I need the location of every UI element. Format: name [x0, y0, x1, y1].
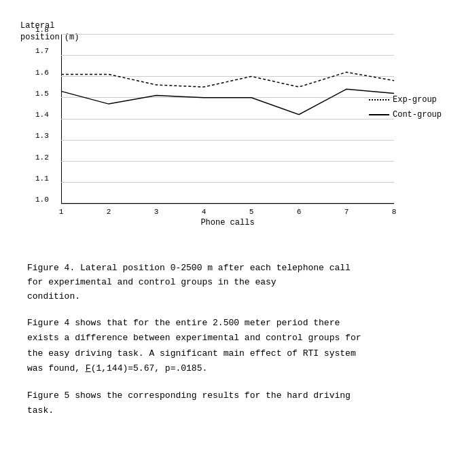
body-p1-line4: was found, F(1,144)=5.67, p=.0185. — [27, 361, 435, 376]
body-p2-line1: Figure 5 shows the corresponding results… — [27, 388, 435, 403]
legend-exp-line — [369, 99, 389, 100]
x-tick-3: 3 — [154, 208, 159, 216]
body-p1-line2: exists a difference between experimental… — [27, 331, 435, 346]
cont-group-line — [61, 89, 394, 115]
x-tick-8: 8 — [392, 208, 397, 216]
f-statistic: F — [86, 363, 91, 373]
body-p1-line1: Figure 4 shows that for the entire 2.500… — [27, 316, 435, 331]
legend: Exp-group Cont-group — [369, 95, 442, 125]
legend-cont: Cont-group — [369, 110, 442, 120]
x-tick-7: 7 — [344, 208, 349, 216]
chart-svg — [61, 34, 394, 204]
legend-exp-label: Exp-group — [393, 95, 437, 105]
chart-area: 1.8 1.7 1.6 1.5 1.4 1.3 — [61, 34, 394, 204]
x-tick-6: 6 — [297, 208, 302, 216]
x-tick-1: 1 — [59, 208, 64, 216]
x-tick-4: 4 — [202, 208, 207, 216]
chart-container: Lateral position (m) 1.8 1.7 1.6 1 — [20, 14, 442, 231]
exp-group-line — [61, 72, 394, 87]
caption-line3: condition. — [27, 290, 435, 304]
page: Lateral position (m) 1.8 1.7 1.6 1 — [0, 0, 462, 432]
body-p1-line3: the easy driving task. A significant mai… — [27, 346, 435, 361]
x-axis-title: Phone calls — [200, 218, 254, 227]
legend-cont-label: Cont-group — [393, 110, 442, 120]
legend-cont-line — [369, 114, 389, 115]
caption-line1: Figure 4. Lateral position 0-2500 m afte… — [27, 261, 435, 276]
body-p2-line2: task. — [27, 403, 435, 418]
body-paragraph-1: Figure 4 shows that for the entire 2.500… — [27, 316, 435, 376]
x-tick-5: 5 — [249, 208, 254, 216]
figure-caption: Figure 4. Lateral position 0-2500 m afte… — [27, 261, 435, 304]
legend-exp: Exp-group — [369, 95, 442, 105]
body-paragraph-2: Figure 5 shows the corresponding results… — [27, 388, 435, 418]
caption-line2: for experimental and control groups in t… — [27, 276, 435, 290]
x-tick-2: 2 — [107, 208, 111, 216]
